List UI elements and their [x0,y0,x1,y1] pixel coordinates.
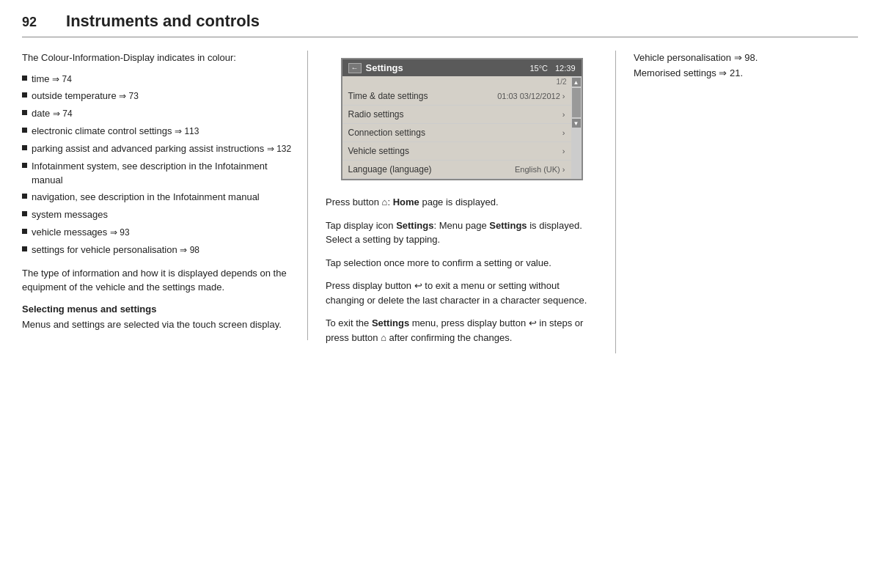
list-item: vehicle messages ⇒ 93 [22,226,293,240]
instruction-tap-settings: Tap display icon Settings: Menu page Set… [326,218,598,247]
row-value: English (UK) › [515,165,565,174]
list-item: parking assist and advanced parking assi… [22,142,293,156]
middle-column: ← Settings 15°C 12:39 1/2 Time & date se… [308,51,616,353]
bullet-icon [22,194,27,199]
bullet-icon [22,229,27,234]
right-column: Vehicle personalisation ⇒ 98.Memorised s… [616,51,858,81]
row-label: Language (language) [348,164,432,174]
row-label: Connection settings [348,128,425,138]
list-item: time ⇒ 74 [22,73,293,87]
row-label: Vehicle settings [348,146,409,156]
settings-row-connection[interactable]: Connection settings › [342,124,571,142]
list-item: Infotainment system, see description in … [22,160,293,188]
instruction-press-home: Press button ⌂: Home page is displayed. [326,195,598,210]
bullet-icon [22,92,27,98]
content-columns: The Colour-Information-Display indicates… [22,51,858,353]
left-column: The Colour-Information-Display indicates… [22,51,308,340]
settings-display: ← Settings 15°C 12:39 1/2 Time & date se… [341,58,583,180]
settings-row-vehicle[interactable]: Vehicle settings › [342,142,571,161]
page-number: 92 [22,15,37,30]
instruction-tap-confirm: Tap selection once more to confirm a set… [326,256,598,271]
scrollbar-thumb[interactable] [572,88,581,117]
list-item: settings for vehicle personalisation ⇒ 9… [22,243,293,257]
back-button[interactable]: ← [348,63,362,73]
bullet-icon [22,163,27,168]
settings-title: Settings [366,62,403,73]
info-paragraph: The type of information and how it is di… [22,266,293,295]
scrollbar-up-button[interactable]: ▲ [572,78,581,87]
bullet-icon [22,76,27,81]
bullet-list: time ⇒ 74 outside temperature ⇒ 73 date … [22,73,293,257]
page-indicator: 1/2 [342,76,571,87]
row-label: Time & date settings [348,91,428,101]
settings-row-language[interactable]: Language (language) English (UK) › [342,161,571,179]
settings-titlebar: ← Settings 15°C 12:39 [342,59,582,76]
settings-scrollbar-area: 1/2 Time & date settings 01:03 03/12/201… [342,76,582,179]
bullet-icon [22,211,27,216]
list-item: electronic climate control settings ⇒ 11… [22,125,293,139]
instruction-exit-settings: To exit the Settings menu, press display… [326,316,598,345]
list-item: navigation, see description in the Infot… [22,191,293,205]
row-value: 01:03 03/12/2012 › [497,92,565,100]
bullet-icon [22,110,27,115]
page-wrapper: 92 Instruments and controls The Colour-I… [0,0,880,368]
settings-row-radio[interactable]: Radio settings › [342,106,571,124]
section-text: Menus and settings are selected via the … [22,317,293,332]
right-line-1: Vehicle personalisation ⇒ 98.Memorised s… [634,51,858,81]
settings-scrollbar[interactable]: ▲ ▼ [571,76,582,179]
row-label: Radio settings [348,109,404,120]
intro-text: The Colour-Information-Display indicates… [22,51,293,65]
page-header: 92 Instruments and controls [22,12,858,37]
right-text: Vehicle personalisation ⇒ 98.Memorised s… [634,51,858,81]
list-item: date ⇒ 74 [22,107,293,121]
list-item: system messages [22,208,293,222]
bullet-icon [22,145,27,150]
instruction-press-back: Press display button ↩ to exit a menu or… [326,279,598,307]
list-item: outside temperature ⇒ 73 [22,89,293,103]
settings-content-area: 1/2 Time & date settings 01:03 03/12/201… [342,76,571,179]
temperature-display: 15°C [529,64,548,73]
scrollbar-down-button[interactable]: ▼ [572,119,581,128]
bullet-icon [22,128,27,133]
row-value: › [562,128,565,137]
settings-row-time[interactable]: Time & date settings 01:03 03/12/2012 › [342,87,571,106]
time-display: 12:39 [555,64,576,73]
page-title: Instruments and controls [66,12,260,31]
bullet-icon [22,246,27,251]
titlebar-left: ← Settings [348,62,403,73]
row-value: › [562,147,565,155]
row-value: › [562,110,565,119]
section-heading: Selecting menus and settings [22,304,293,315]
titlebar-right: 15°C 12:39 [529,64,575,73]
